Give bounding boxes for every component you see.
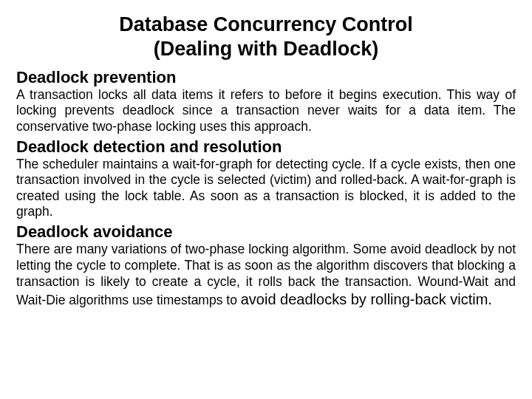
avoidance-body-part2: avoid deadlocks by rolling-back victim. xyxy=(241,291,492,307)
slide-title: Database Concurrency Control xyxy=(16,13,516,36)
detection-heading: Deadlock detection and resolution xyxy=(16,137,516,157)
avoidance-heading: Deadlock avoidance xyxy=(16,222,516,242)
detection-body: The scheduler maintains a wait-for-graph… xyxy=(16,157,516,219)
prevention-body: A transaction locks all data items it re… xyxy=(16,87,516,134)
prevention-heading: Deadlock prevention xyxy=(16,68,516,87)
avoidance-body: There are many variations of two-phase l… xyxy=(16,242,516,309)
slide-subtitle: (Dealing with Deadlock) xyxy=(16,38,516,61)
